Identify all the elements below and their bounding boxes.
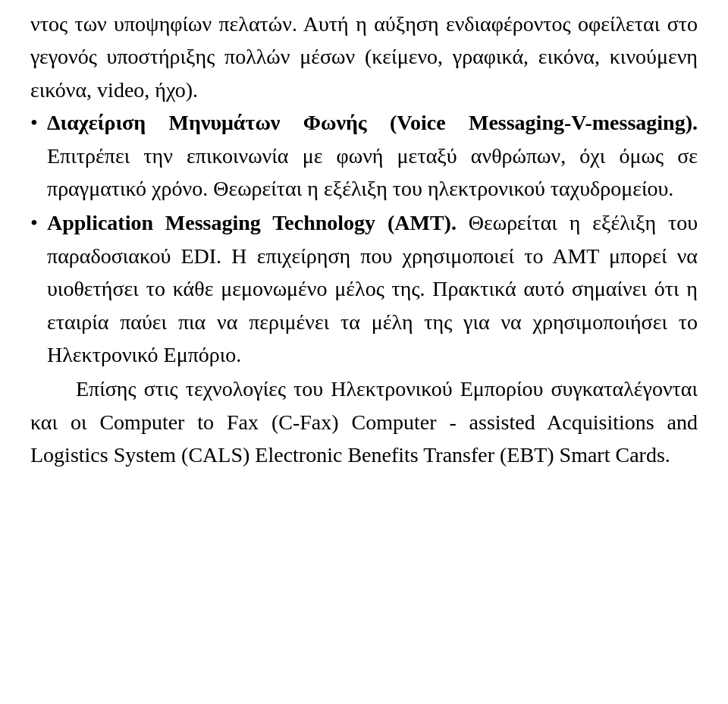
text-block: ντος των υποψηφίων πελατών. Αυτή η αύξησ…: [30, 8, 698, 471]
bullet-dot-2: •: [30, 206, 44, 239]
bullet1-term: Διαχείριση Μηνυμάτων Φωνής (Voice Messag…: [47, 111, 698, 134]
bullet2-term: Application Messaging Technology (AMT).: [47, 211, 457, 234]
indent-paragraph: Επίσης στις τεχνολογίες του Ηλεκτρονικού…: [30, 372, 698, 471]
bullet-dot-1: •: [30, 106, 44, 139]
bullet1-text: Επιτρέπει την επικοινωνία με φωνή μεταξύ…: [47, 144, 698, 200]
bullet-item-2: • Application Messaging Technology (AMT)…: [30, 206, 698, 371]
bullet-content-1: Διαχείριση Μηνυμάτων Φωνής (Voice Messag…: [47, 106, 698, 205]
bullet-item-1: • Διαχείριση Μηνυμάτων Φωνής (Voice Mess…: [30, 106, 698, 205]
intro-paragraph: ντος των υποψηφίων πελατών. Αυτή η αύξησ…: [30, 8, 698, 106]
page-container: ντος των υποψηφίων πελατών. Αυτή η αύξησ…: [0, 0, 728, 704]
bullet-content-2: Application Messaging Technology (AMT). …: [47, 206, 698, 371]
